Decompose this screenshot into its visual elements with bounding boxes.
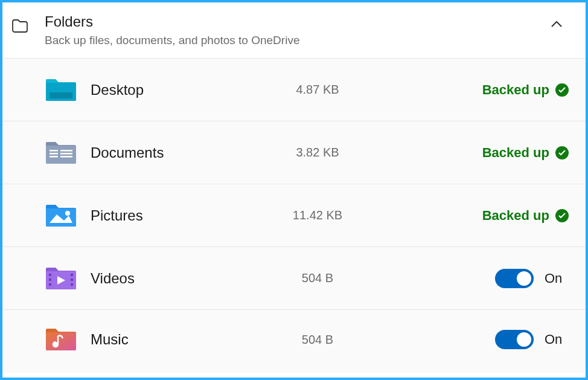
desktop-folder-icon: [46, 77, 76, 103]
status-toggle: On: [442, 330, 569, 349]
status-label: Backed up: [482, 145, 549, 161]
list-item[interactable]: Desktop 4.87 KB Backed up: [2, 59, 586, 121]
svg-rect-3: [50, 156, 58, 158]
status-backed-up: Backed up: [442, 145, 569, 161]
folder-name: Pictures: [91, 207, 248, 224]
folder-size: 504 B: [248, 333, 442, 347]
folder-size: 11.42 KB: [248, 208, 442, 222]
svg-rect-5: [60, 153, 72, 155]
svg-rect-13: [71, 283, 73, 286]
svg-rect-6: [60, 156, 72, 158]
folder-size: 3.82 KB: [248, 146, 442, 159]
status-toggle: On: [442, 269, 569, 288]
chevron-up-icon: [551, 21, 563, 28]
folder-name: Documents: [91, 144, 248, 161]
list-item[interactable]: Documents 3.82 KB Backed up: [2, 121, 586, 184]
svg-rect-10: [49, 283, 51, 286]
backup-toggle[interactable]: [495, 269, 534, 288]
folder-name: Desktop: [91, 82, 248, 98]
check-circle-icon: [555, 146, 569, 159]
toggle-label: On: [545, 271, 569, 286]
status-backed-up: Backed up: [442, 82, 569, 98]
svg-rect-2: [50, 153, 58, 155]
folder-size: 504 B: [248, 271, 442, 285]
check-circle-icon: [555, 83, 569, 97]
section-header[interactable]: Folders Back up files, documents, and ph…: [2, 2, 586, 59]
folder-name: Music: [91, 331, 248, 348]
toggle-label: On: [545, 332, 569, 347]
list-item[interactable]: Pictures 11.42 KB Backed up: [2, 184, 586, 247]
list-item[interactable]: Music 504 B On: [2, 310, 586, 373]
svg-rect-8: [49, 274, 51, 276]
videos-folder-icon: [46, 265, 76, 292]
toggle-knob: [517, 271, 531, 286]
status-backed-up: Backed up: [442, 208, 569, 224]
svg-rect-12: [71, 279, 73, 281]
svg-rect-11: [71, 274, 73, 276]
status-label: Backed up: [482, 208, 549, 224]
folder-list: Desktop 4.87 KB Backed up: [2, 59, 586, 373]
pictures-folder-icon: [46, 202, 76, 229]
folder-outline-icon: [11, 17, 29, 35]
section-title: Folders: [45, 13, 545, 30]
svg-rect-0: [50, 92, 72, 98]
backup-toggle[interactable]: [495, 330, 534, 349]
music-folder-icon: [46, 326, 76, 353]
collapse-button[interactable]: [545, 21, 569, 28]
status-label: Backed up: [482, 82, 549, 98]
list-item[interactable]: Videos 504 B On: [2, 247, 586, 310]
folder-size: 4.87 KB: [248, 83, 442, 97]
check-circle-icon: [555, 209, 569, 222]
svg-point-7: [65, 211, 70, 216]
folder-name: Videos: [91, 270, 248, 287]
section-subtitle: Back up files, documents, and photos to …: [45, 34, 545, 47]
svg-rect-9: [49, 279, 51, 281]
svg-point-14: [53, 342, 58, 347]
toggle-knob: [517, 332, 531, 347]
window-frame: Folders Back up files, documents, and ph…: [0, 0, 588, 380]
svg-rect-1: [50, 150, 58, 152]
documents-folder-icon: [46, 140, 76, 166]
svg-rect-4: [60, 150, 72, 152]
